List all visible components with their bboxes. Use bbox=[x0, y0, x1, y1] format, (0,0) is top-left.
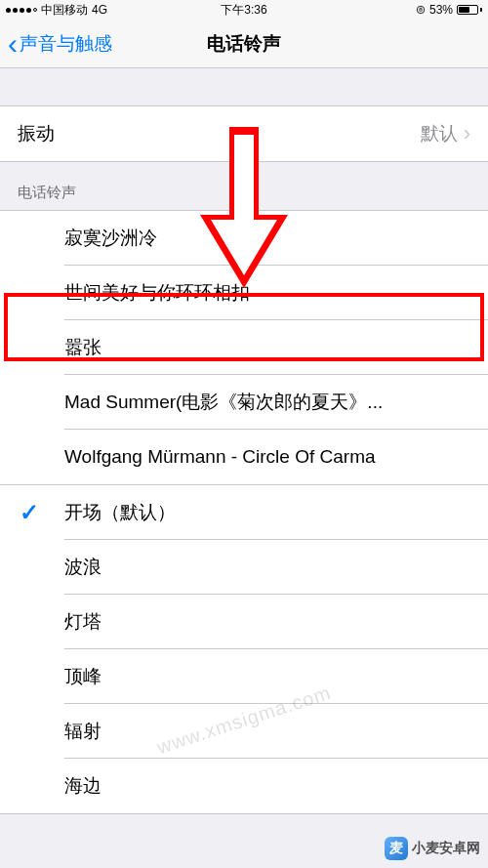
ringtone-label: 灯塔 bbox=[64, 609, 102, 635]
status-time: 下午3:36 bbox=[221, 2, 266, 19]
watermark-text: 小麦安卓网 bbox=[412, 840, 480, 857]
ringtone-section-header: 电话铃声 bbox=[0, 162, 488, 210]
status-bar: 中国移动 4G 下午3:36 53% bbox=[0, 0, 488, 20]
ringtone-item[interactable]: Mad Summer(电影《菊次郎的夏天》... bbox=[0, 375, 488, 430]
status-left: 中国移动 4G bbox=[6, 2, 107, 19]
system-tones-group: ✓ 开场（默认） 波浪 灯塔 顶峰 辐射 海边 bbox=[0, 484, 488, 814]
nav-bar: ‹ 声音与触感 电话铃声 bbox=[0, 20, 488, 68]
status-right: 53% bbox=[416, 3, 482, 17]
ringtone-item[interactable]: 波浪 bbox=[0, 540, 488, 595]
ringtone-item-selected[interactable]: ✓ 开场（默认） bbox=[0, 485, 488, 540]
svg-point-0 bbox=[417, 6, 425, 14]
vibration-label: 振动 bbox=[18, 121, 55, 146]
ringtone-item[interactable]: 寂寞沙洲冷 bbox=[0, 211, 488, 266]
ringtone-label: 波浪 bbox=[64, 555, 102, 580]
carrier-label: 中国移动 bbox=[41, 2, 88, 19]
back-label: 声音与触感 bbox=[20, 31, 112, 57]
ringtone-label: 世间美好与你环环相扣 bbox=[64, 280, 250, 306]
ringtone-label: Mad Summer(电影《菊次郎的夏天》... bbox=[64, 390, 383, 415]
battery-pct: 53% bbox=[429, 3, 453, 17]
ringtone-label: 辐射 bbox=[64, 719, 102, 744]
ringtone-item[interactable]: 辐射 bbox=[0, 704, 488, 759]
ringtone-item[interactable]: 嚣张 bbox=[0, 320, 488, 375]
watermark-logo-icon: 麦 bbox=[385, 837, 408, 860]
ringtone-label: Wolfgang Mürmann - Circle Of Carma bbox=[64, 446, 376, 468]
ringtone-label: 寂寞沙洲冷 bbox=[64, 226, 157, 251]
ringtone-item[interactable]: Wolfgang Mürmann - Circle Of Carma bbox=[0, 430, 488, 484]
ringtone-item[interactable]: 顶峰 bbox=[0, 649, 488, 704]
ringtone-item[interactable]: 灯塔 bbox=[0, 595, 488, 649]
rotation-lock-icon bbox=[416, 5, 426, 15]
back-button[interactable]: ‹ 声音与触感 bbox=[8, 29, 112, 59]
chevron-right-icon: › bbox=[464, 121, 470, 146]
custom-tones-group: 寂寞沙洲冷 世间美好与你环环相扣 嚣张 Mad Summer(电影《菊次郎的夏天… bbox=[0, 210, 488, 485]
chevron-left-icon: ‹ bbox=[8, 29, 18, 59]
ringtone-label: 嚣张 bbox=[64, 335, 102, 360]
network-label: 4G bbox=[92, 3, 107, 17]
vibration-value: 默认 bbox=[421, 121, 458, 146]
checkmark-icon: ✓ bbox=[20, 499, 39, 526]
ringtone-label: 顶峰 bbox=[64, 664, 102, 689]
ringtone-item[interactable]: 海边 bbox=[0, 759, 488, 813]
signal-strength-icon bbox=[6, 8, 37, 13]
ringtone-label: 开场（默认） bbox=[64, 500, 176, 525]
vibration-group: 振动 默认 › bbox=[0, 105, 488, 162]
ringtone-item[interactable]: 世间美好与你环环相扣 bbox=[0, 266, 488, 320]
ringtone-label: 海边 bbox=[64, 773, 102, 799]
vibration-row[interactable]: 振动 默认 › bbox=[0, 106, 488, 161]
watermark: 麦 小麦安卓网 bbox=[385, 837, 480, 860]
battery-icon bbox=[457, 5, 482, 15]
page-title: 电话铃声 bbox=[207, 31, 281, 57]
